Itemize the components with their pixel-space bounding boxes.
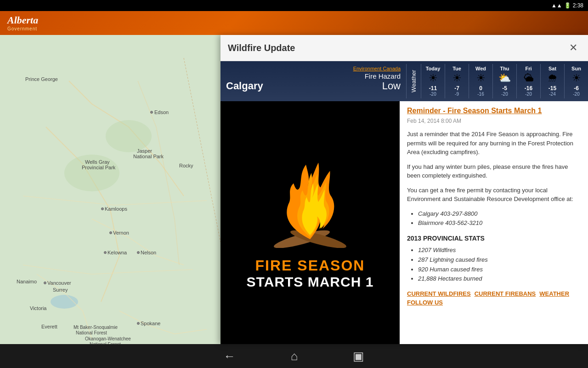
fire-hazard-middle: Fire Hazard: [226, 71, 401, 80]
map-dot-vancouver: [44, 282, 46, 284]
weather-icon: 🌥: [524, 72, 534, 84]
recent-button[interactable]: ▣: [353, 349, 364, 363]
map-label-kelowna: Kelowna: [107, 250, 127, 255]
app-header: Alberta Government: [0, 11, 588, 35]
text-panel[interactable]: Reminder - Fire Season Starts March 1 Fe…: [400, 101, 588, 344]
fire-season-line2: STARTS MARCH 1: [247, 274, 374, 290]
bottom-links: CURRENT WILDFIRES CURRENT FIREBANS WEATH…: [407, 290, 581, 306]
article-date: Feb 14, 2014 8:00 AM: [407, 118, 581, 124]
map-label-edson: Edson: [154, 109, 169, 115]
logo-subtext: Government: [7, 26, 38, 31]
day-name: Sat: [548, 66, 556, 71]
weather-day-tue: Tue ☀ -7 -9: [445, 64, 469, 98]
weather-icon: ☀: [476, 72, 486, 84]
day-name: Tue: [452, 66, 461, 71]
temp-high: -11: [429, 85, 437, 92]
nav-bar: ← ⌂ ▣: [0, 344, 588, 368]
map-dot-edson: [150, 111, 153, 114]
weather-strip: Environment Canada Fire Hazard Calgary L…: [220, 61, 588, 101]
map-dot-vernon: [109, 231, 112, 234]
contacts-list: Calgary 403-297-8800Blairmore 403-562-32…: [407, 209, 581, 229]
svg-point-3: [106, 120, 152, 152]
temp-low: -16: [477, 92, 484, 97]
stats-item: 920 Human caused fires: [418, 265, 581, 275]
temp-low: -20: [525, 92, 531, 97]
fire-season-text: FIRE SEASON STARTS MARCH 1: [247, 257, 374, 290]
weather-day-thu: Thu ⛅ -5 -20: [492, 64, 516, 98]
back-button[interactable]: ←: [224, 349, 236, 363]
dialog-header: Wildfire Update ✕: [220, 35, 588, 61]
weather-section-label: Weather: [407, 68, 421, 94]
stats-item: 1207 Wildfires: [418, 246, 581, 255]
home-button[interactable]: ⌂: [291, 349, 298, 363]
weather-days: Weather Today ☀ -11 -20 Tue ☀ -7 -9 Wed …: [407, 64, 588, 98]
temp-high: -5: [502, 85, 507, 92]
app-logo: Alberta Government: [7, 15, 38, 31]
map-label-natpark: National Park: [133, 154, 164, 159]
map-label-spokane: Spokane: [141, 321, 160, 326]
map-label-rocky: Rocky: [179, 163, 193, 168]
weather-day-today: Today ☀ -11 -20: [421, 64, 445, 98]
close-button[interactable]: ✕: [566, 40, 581, 55]
stats-item: 287 Lightning caused fires: [418, 255, 581, 265]
weather-icon: ☀: [452, 72, 462, 84]
weather-day-sun: Sun ☀ -6 -20: [564, 64, 588, 98]
temp-high: -16: [525, 85, 532, 92]
fire-hazard-section: Environment Canada Fire Hazard Calgary L…: [220, 64, 407, 98]
stats-list: 1207 Wildfires287 Lightning caused fires…: [407, 246, 581, 284]
map-label-provpark: Provincial Park: [82, 165, 115, 170]
article-para3: You can get a free fire permit by contac…: [407, 186, 581, 204]
bottom-link-current-wildfires[interactable]: CURRENT WILDFIRES: [407, 290, 471, 297]
map-label-kamloops: Kamloops: [105, 206, 127, 212]
status-bar: ▲▲ 🔋 2:38: [0, 0, 588, 11]
fire-svg-icon: [269, 156, 351, 248]
map-label-everett: Everett: [41, 324, 57, 329]
dialog-title: Wildfire Update: [228, 43, 295, 53]
day-name: Sun: [571, 66, 581, 71]
hazard-level: Low: [382, 80, 401, 92]
logo-text: Alberta: [7, 15, 38, 26]
fire-hazard-label: Fire Hazard: [365, 72, 401, 80]
wifi-icon: ▲▲: [551, 2, 562, 9]
contact-item: Blairmore 403-562-3210: [418, 218, 581, 228]
bottom-link-follow-us[interactable]: FOLLOW US: [407, 299, 443, 306]
temp-high: 0: [479, 85, 482, 92]
map-dot-kelowna: [104, 251, 107, 254]
article-para1: Just a reminder that the 2014 Fire Seaso…: [407, 130, 581, 157]
stats-item: 21,888 Hectares burned: [418, 274, 581, 284]
temp-low: -20: [430, 92, 436, 97]
weather-day-sat: Sat 🌨 -15 -24: [540, 64, 564, 98]
fire-image-panel: FIRE SEASON STARTS MARCH 1: [220, 101, 400, 344]
contact-item: Calgary 403-297-8800: [418, 209, 581, 219]
article-title[interactable]: Reminder - Fire Season Starts March 1: [407, 107, 581, 115]
city-label: Calgary: [226, 80, 263, 92]
map-label-vancouver: Vancouver: [47, 280, 71, 286]
map-label-jasper: Jasper: [137, 148, 152, 154]
battery-icon: 🔋: [564, 2, 571, 9]
bottom-link-current-firebans[interactable]: CURRENT FIREBANS: [475, 290, 536, 297]
map-label-nelson: Nelson: [141, 250, 156, 255]
weather-day-fri: Fri 🌥 -16 -20: [516, 64, 540, 98]
content-area: FIRE SEASON STARTS MARCH 1 Reminder - Fi…: [220, 101, 588, 344]
env-canada-link[interactable]: Environment Canada: [353, 66, 401, 71]
temp-low: -9: [455, 92, 459, 97]
map-label-mtbaker: Mt Baker-Snoqualmie: [74, 325, 118, 330]
temp-low: -20: [573, 92, 579, 97]
temp-high: -15: [548, 85, 556, 92]
map-label-national-forest: National Forest: [76, 330, 107, 335]
status-icons: ▲▲ 🔋 2:38: [551, 2, 583, 9]
weather-icon: 🌨: [548, 72, 558, 84]
temp-low: -24: [549, 92, 555, 97]
weather-icon: ⛅: [498, 72, 511, 84]
time-display: 2:38: [573, 2, 583, 9]
stats-title: 2013 PROVINCIAL STATS: [407, 235, 581, 242]
map-label-prince-george: Prince George: [25, 76, 58, 82]
bottom-link-weather[interactable]: WEATHER: [539, 290, 569, 297]
map-label-vernon: Vernon: [113, 230, 129, 236]
map-label-surrey: Surrey: [53, 287, 68, 293]
map-label-victoria: Victoria: [30, 305, 46, 311]
map-dot-nelson: [137, 251, 140, 254]
day-name: Wed: [475, 66, 486, 71]
map-label-okanogan: Okanogan-Wenatchee: [85, 336, 131, 341]
temp-high: -7: [454, 85, 459, 92]
